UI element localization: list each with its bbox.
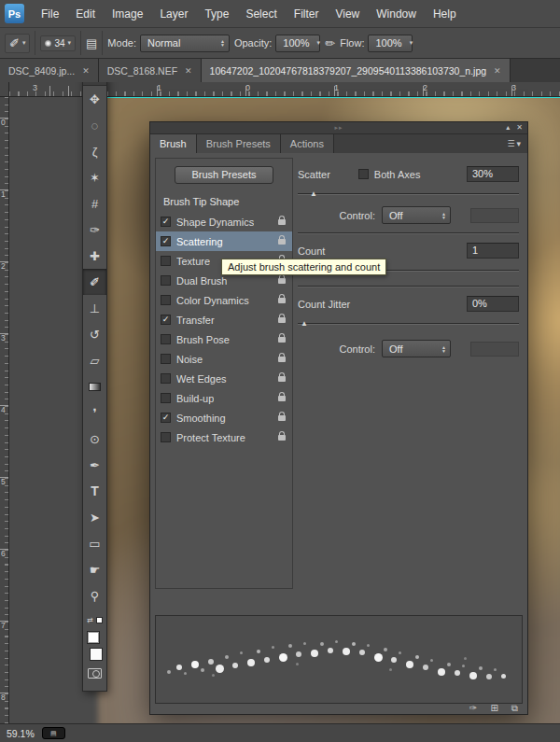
menu-item[interactable]: Filter [286, 0, 328, 28]
tab-close-icon[interactable]: ✕ [494, 66, 501, 76]
eyedropper-tool[interactable]: ✑ [83, 217, 106, 243]
setting-checkbox[interactable]: ✓ [161, 256, 171, 266]
brush-size-picker[interactable]: 34 ▾ [40, 35, 76, 51]
menu-item[interactable]: Type [196, 0, 237, 28]
bristle-preview-icon[interactable]: ✑ [469, 704, 477, 713]
setting-checkbox[interactable]: ✓ [161, 393, 171, 403]
scatter-slider[interactable]: ▲ [298, 187, 519, 201]
brush-setting-row[interactable]: ✓ Protect Texture [156, 427, 292, 447]
swap-colors-icon[interactable]: ⇄ [87, 616, 93, 624]
lock-icon[interactable] [278, 337, 286, 343]
close-panel-icon[interactable]: ✕ [516, 122, 523, 133]
lock-icon[interactable] [278, 219, 286, 225]
count-jitter-value-input[interactable]: 0% [467, 296, 519, 312]
lock-icon[interactable] [278, 376, 286, 382]
lasso-tool[interactable]: ζ [83, 138, 106, 164]
document-tab[interactable]: DSC_8409.jp... ✕ [0, 59, 99, 82]
tab-close-icon[interactable]: ✕ [82, 66, 90, 76]
lock-icon[interactable] [278, 298, 286, 303]
quick-selection-tool[interactable]: ✶ [83, 164, 106, 190]
setting-checkbox[interactable]: ✓ [161, 275, 171, 286]
panel-tab[interactable]: Brush Presets [197, 134, 281, 153]
setting-checkbox[interactable]: ✓ [161, 295, 171, 305]
marquee-tool[interactable]: ◌ [83, 112, 106, 138]
history-brush-tool[interactable]: ↺ [83, 321, 106, 347]
clone-stamp-tool[interactable]: ⊥ [83, 295, 106, 321]
type-tool[interactable]: T [83, 478, 106, 504]
brush-setting-row[interactable]: ✓ Smoothing [156, 408, 292, 427]
menu-item[interactable]: Help [425, 0, 465, 28]
setting-checkbox[interactable]: ✓ [161, 236, 171, 246]
eraser-tool[interactable]: ▱ [83, 347, 106, 373]
toggle-brush-panel-icon[interactable]: ▤ [86, 36, 97, 50]
brush-presets-button[interactable]: Brush Presets [175, 166, 273, 184]
document-tab[interactable]: 10647202_10204767818379207_2909540113386… [202, 59, 511, 82]
gradient-tool[interactable] [83, 373, 106, 399]
default-colors-icon[interactable] [96, 617, 103, 623]
setting-checkbox[interactable]: ✓ [161, 217, 171, 227]
pen-tool[interactable]: ✒ [83, 452, 106, 478]
menu-item[interactable]: Window [368, 0, 425, 28]
preset-manager-icon[interactable]: ⊞ [490, 704, 497, 713]
path-selection-tool[interactable]: ➤ [83, 504, 106, 530]
foreground-color-swatch[interactable] [87, 631, 100, 644]
setting-checkbox[interactable]: ✓ [161, 413, 171, 423]
scatter-value-input[interactable]: 30% [467, 166, 519, 182]
menu-item[interactable]: Layer [151, 0, 196, 28]
menu-item[interactable]: Image [104, 0, 151, 28]
collapse-panel-icon[interactable]: ▴ [506, 122, 510, 133]
brush-setting-row[interactable]: ✓ Shape Dynamics [156, 212, 292, 231]
menu-item[interactable]: File [33, 0, 67, 28]
lock-icon[interactable] [278, 317, 286, 323]
create-new-brush-icon[interactable]: ⧉ [511, 704, 518, 713]
brush-panel-titlebar[interactable]: ▸▸ ▴ ✕ [150, 122, 527, 134]
zoom-tool[interactable]: ⚲ [83, 582, 106, 609]
document-tab[interactable]: DSC_8168.NEF ✕ [99, 59, 202, 82]
count-value-input[interactable]: 1 [467, 243, 519, 259]
setting-checkbox[interactable]: ✓ [161, 354, 171, 364]
rectangle-tool[interactable]: ▭ [83, 530, 106, 556]
jitter-control-dropdown[interactable]: Off ▲▼ [382, 340, 451, 357]
scatter-control-dropdown[interactable]: Off ▲▼ [382, 206, 451, 224]
flow-dropdown[interactable]: 100% ▾ [368, 35, 413, 52]
healing-brush-tool[interactable]: ✚ [83, 243, 106, 269]
opacity-dropdown[interactable]: 100% ▾ [275, 35, 320, 52]
setting-checkbox[interactable]: ✓ [161, 373, 171, 384]
dodge-tool[interactable]: ⊙ [83, 426, 106, 452]
slider-thumb-icon[interactable]: ▲ [310, 189, 317, 198]
zoom-level[interactable]: 59.1% [7, 728, 35, 739]
tab-close-icon[interactable]: ✕ [185, 66, 192, 76]
lock-icon[interactable] [278, 357, 286, 362]
airbrush-icon[interactable]: ✏ [325, 36, 335, 50]
panel-tab[interactable]: Actions [281, 134, 334, 153]
brush-setting-row[interactable]: ✓ Build-up [156, 388, 292, 408]
brush-setting-row[interactable]: ✓ Wet Edges [156, 369, 292, 388]
lock-icon[interactable] [278, 278, 286, 284]
background-color-swatch[interactable] [90, 648, 103, 661]
lock-icon[interactable] [278, 396, 286, 401]
panel-menu-button[interactable]: ☰ ▾ [507, 134, 527, 153]
brush-setting-row[interactable]: ✓ Scattering [156, 231, 292, 251]
lock-icon[interactable] [278, 415, 286, 421]
brush-setting-row[interactable]: ✓ Brush Pose [156, 329, 292, 349]
setting-checkbox[interactable]: ✓ [161, 334, 171, 344]
count-jitter-slider[interactable]: ▲ [298, 316, 519, 330]
crop-tool[interactable]: # [83, 190, 106, 217]
setting-checkbox[interactable]: ✓ [161, 432, 171, 442]
menu-item[interactable]: View [327, 0, 368, 28]
slider-thumb-icon[interactable]: ▲ [301, 319, 308, 328]
tool-preset-picker[interactable]: ✐ ▾ [5, 34, 30, 53]
brush-tip-shape-item[interactable]: Brush Tip Shape [156, 192, 292, 212]
both-axes-checkbox[interactable]: ✓ [358, 169, 369, 179]
hand-tool[interactable]: ☛ [83, 556, 106, 582]
move-tool[interactable]: ✥ [83, 86, 106, 112]
lock-icon[interactable] [278, 239, 286, 245]
status-info-box[interactable]: ▤ [42, 727, 65, 739]
brush-setting-row[interactable]: ✓ Color Dynamics [156, 290, 292, 310]
menu-item[interactable]: Edit [67, 0, 104, 28]
panel-tab[interactable]: Brush [150, 134, 197, 153]
mode-dropdown[interactable]: Normal ▲▼ [140, 35, 230, 52]
swap-colors-row[interactable]: ⇄ [83, 612, 106, 627]
setting-checkbox[interactable]: ✓ [161, 315, 171, 325]
blur-tool[interactable]: ❜ [83, 399, 106, 426]
